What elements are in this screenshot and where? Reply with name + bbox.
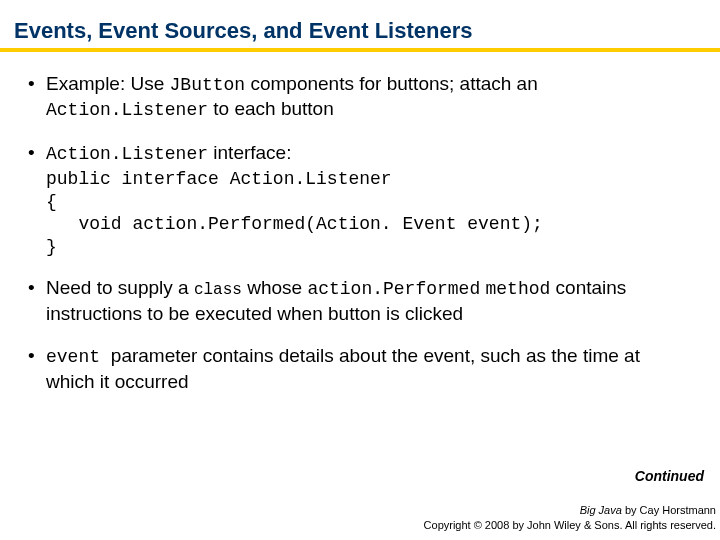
slide-footer: Big Java by Cay Horstmann Copyright © 20… [424, 503, 716, 532]
bullet-dot: • [28, 141, 46, 258]
code-jbutton: JButton [170, 75, 246, 95]
footer-line1: Big Java by Cay Horstmann [424, 503, 716, 517]
bullet-body: Example: Use JButton components for butt… [46, 72, 692, 123]
text: to each button [208, 98, 334, 119]
text: Example: Use [46, 73, 170, 94]
author: by Cay Horstmann [622, 504, 716, 516]
code-block-interface: public interface Action.Listener { void … [46, 168, 692, 258]
bullet-dot: • [28, 344, 46, 394]
text: interface: [208, 142, 291, 163]
text: Need to supply a [46, 277, 194, 298]
code-actionperformed: action.Performed [307, 279, 480, 299]
slide-content: • Example: Use JButton components for bu… [0, 52, 720, 394]
bullet-body: Action.Listener interface: public interf… [46, 141, 692, 258]
bullet-body: Need to supply a class whose action.Perf… [46, 276, 692, 326]
text: components for buttons; attach an [245, 73, 538, 94]
bullet-body: event parameter contains details about t… [46, 344, 692, 394]
code-class: class [194, 281, 242, 299]
code-method: method [485, 279, 550, 299]
code-actionlistener: Action.Listener [46, 100, 208, 120]
text: whose [242, 277, 307, 298]
bullet-dot: • [28, 276, 46, 326]
continued-label: Continued [635, 468, 704, 484]
code-event: event [46, 347, 111, 367]
bullet-2: • Action.Listener interface: public inte… [28, 141, 692, 258]
bullet-dot: • [28, 72, 46, 123]
text: parameter contains details about the eve… [46, 345, 640, 391]
slide-title: Events, Event Sources, and Event Listene… [0, 0, 720, 48]
bullet-3: • Need to supply a class whose action.Pe… [28, 276, 692, 326]
copyright: Copyright © 2008 by John Wiley & Sons. A… [424, 518, 716, 532]
bullet-1: • Example: Use JButton components for bu… [28, 72, 692, 123]
code-actionlistener: Action.Listener [46, 144, 208, 164]
book-title: Big Java [580, 504, 622, 516]
bullet-4: • event parameter contains details about… [28, 344, 692, 394]
